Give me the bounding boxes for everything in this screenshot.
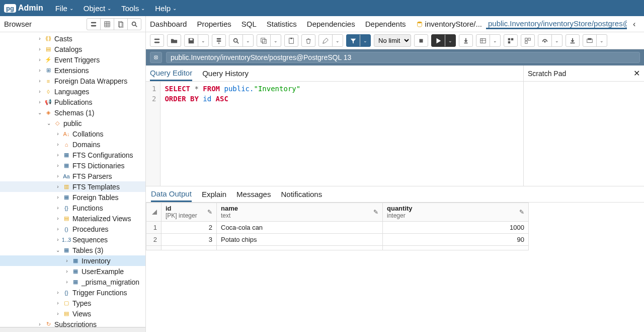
cell[interactable]: Coca-cola can [217, 222, 383, 234]
tree-node[interactable]: ›▥FTS Templates [0, 181, 145, 192]
close-icon[interactable]: ✕ [633, 69, 640, 78]
output-tab[interactable]: Notifications [281, 186, 322, 202]
tab-dashboard[interactable]: Dashboard [150, 16, 187, 32]
filter-button[interactable]: ⌄ [346, 34, 371, 47]
tree-node[interactable]: ›▦UserExample [0, 266, 145, 277]
cell[interactable]: 3 [162, 234, 217, 246]
tab-nav[interactable]: › [641, 20, 644, 29]
tree-node[interactable]: ›▦Inventory [0, 255, 145, 266]
toolbar-btn[interactable] [504, 34, 518, 47]
sql-editor[interactable]: 12 SELECT * FROM public."Inventory" ORDE… [146, 82, 523, 186]
toolbar-btn[interactable] [459, 34, 473, 47]
column-header[interactable]: quantityinteger✎ [383, 203, 529, 222]
menu-object[interactable]: Object ⌄ [84, 4, 111, 13]
app-logo[interactable]: pg Admin [4, 4, 43, 13]
tree-node[interactable]: ⌄◇public [0, 118, 145, 128]
toolbar-btn[interactable]: ⌄ [583, 34, 607, 47]
find-button[interactable]: ⌄ [229, 34, 254, 47]
sidebar-btn-1[interactable] [87, 18, 101, 30]
connection-path[interactable]: public.Inventory/inventoryStore/postgres… [166, 52, 640, 63]
cell[interactable]: 2 [162, 222, 217, 234]
connection-icon[interactable] [150, 52, 162, 63]
edit-column-icon[interactable]: ✎ [373, 209, 378, 216]
cell[interactable]: 90 [383, 234, 529, 246]
tree-node[interactable]: ›⟪⟫Casts [0, 33, 145, 44]
save-button[interactable]: ⌄ [184, 34, 209, 47]
toolbar-btn[interactable] [150, 34, 164, 47]
tree-node[interactable]: ›{}Trigger Functions [0, 287, 145, 298]
editor-tab[interactable]: Query Editor [150, 65, 192, 81]
svg-point-12 [234, 38, 237, 42]
tab-properties[interactable]: Properties [197, 16, 231, 32]
edit-column-icon[interactable]: ✎ [519, 209, 524, 216]
execute-button[interactable]: ⌄ [431, 34, 456, 47]
tab-dependencies[interactable]: Dependencies [307, 16, 355, 32]
limit-select[interactable]: No limit [374, 34, 411, 47]
column-header[interactable]: nametext✎ [217, 203, 383, 222]
tab-statistics[interactable]: Statistics [267, 16, 297, 32]
stop-button[interactable] [414, 34, 428, 47]
sidebar-btn-3[interactable] [114, 18, 128, 30]
tree-node[interactable]: ⌄◈Schemas (1) [0, 107, 145, 118]
svg-point-5 [417, 21, 422, 23]
tree-node[interactable]: ›1..3Sequences [0, 234, 145, 245]
toolbar-btn[interactable] [212, 34, 226, 47]
edit-column-icon[interactable]: ✎ [207, 209, 212, 216]
sidebar-search-button[interactable] [127, 18, 141, 30]
tree-node[interactable]: ›▢Types [0, 298, 145, 308]
tree-node[interactable]: ›↻Subscriptions [0, 319, 145, 327]
cell[interactable]: 1000 [383, 222, 529, 234]
column-header[interactable]: id[PK] integer✎ [162, 203, 217, 222]
edit-button[interactable]: ⌄ [318, 34, 343, 47]
tab-dependents[interactable]: Dependents [365, 16, 406, 32]
toolbar-btn[interactable]: ⌄ [476, 34, 501, 47]
tree-node[interactable]: ›▦_prisma_migration [0, 277, 145, 287]
toolbar-btn[interactable]: ⌄ [538, 34, 562, 47]
svg-rect-11 [217, 40, 221, 42]
tree-node[interactable]: ⌄▦Tables (3) [0, 245, 145, 255]
svg-rect-28 [588, 38, 592, 40]
menu-tools[interactable]: Tools ⌄ [121, 4, 145, 13]
toolbar-btn[interactable] [521, 34, 535, 47]
tree-node[interactable]: ›{}Functions [0, 203, 145, 213]
table-row[interactable]: 12Coca-cola can1000 [146, 222, 529, 234]
result-grid[interactable]: id[PK] integer✎nametext✎quantityinteger✎… [146, 203, 529, 250]
paste-button[interactable] [284, 34, 298, 47]
tree-node[interactable]: ›▤Catalogs [0, 44, 145, 54]
menu-help[interactable]: Help ⌄ [155, 4, 177, 13]
svg-rect-0 [91, 22, 97, 23]
output-tab[interactable]: Data Output [151, 186, 192, 202]
query-toolbar: ⌄ ⌄ ⌄ ⌄ ⌄ No limit ⌄ ⌄ ⌄ ⌄ [146, 32, 644, 49]
tree-node[interactable]: ›▤Materialized Views [0, 213, 145, 224]
menu-file[interactable]: File ⌄ [55, 4, 73, 13]
table-row-empty[interactable] [146, 246, 529, 250]
tab-sql[interactable]: SQL [242, 16, 257, 32]
tree-node[interactable]: ›AaFTS Parsers [0, 171, 145, 181]
scratch-title: Scratch Pad [528, 70, 566, 78]
open-tab[interactable]: public.Inventory/inventoryStore/postgres… [486, 19, 627, 29]
tree-node[interactable]: ›⊞Extensions [0, 65, 145, 76]
output-tab[interactable]: Messages [236, 186, 271, 202]
sidebar-btn-2[interactable] [100, 18, 114, 30]
tab-nav[interactable]: ‹ [631, 20, 637, 29]
cell[interactable]: Potato chips [217, 234, 383, 246]
tree-node[interactable]: ›()Procedures [0, 224, 145, 234]
tree-node[interactable]: ›▦Foreign Tables [0, 192, 145, 203]
open-tab[interactable]: inventoryStore/... [416, 20, 482, 28]
tree-node[interactable]: ›▤Views [0, 308, 145, 319]
editor-tab[interactable]: Query History [202, 65, 249, 81]
tree-node[interactable]: ›▦FTS Configurations [0, 150, 145, 160]
copy-button[interactable]: ⌄ [257, 34, 281, 47]
tree-node[interactable]: ›▦FTS Dictionaries [0, 160, 145, 171]
delete-button[interactable] [301, 34, 315, 47]
tree-node[interactable]: ›⌂Domains [0, 139, 145, 150]
download-button[interactable] [566, 34, 580, 47]
tree-node[interactable]: ›◊Languages [0, 86, 145, 97]
table-row[interactable]: 23Potato chips90 [146, 234, 529, 246]
open-file-button[interactable] [167, 34, 181, 47]
tree-node[interactable]: ›📢Publications [0, 97, 145, 107]
tree-node[interactable]: ›⚡Event Triggers [0, 54, 145, 65]
tree-node[interactable]: ›≡Foreign Data Wrappers [0, 76, 145, 86]
output-tab[interactable]: Explain [202, 186, 226, 202]
tree-node[interactable]: ›A↓Collations [0, 128, 145, 139]
